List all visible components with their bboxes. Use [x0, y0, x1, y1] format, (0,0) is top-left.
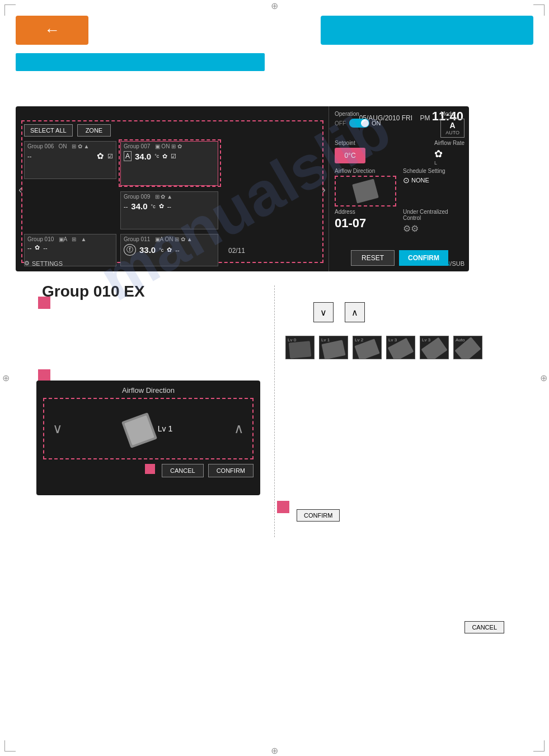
airflow-panel-btns: CANCEL CONFIRM: [36, 459, 260, 482]
airflow-panel: Airflow Direction ∨ Lv 1 ∧ CANCEL CONFIR…: [36, 381, 260, 495]
zone-button[interactable]: ZONE: [77, 124, 111, 137]
airflow-confirm-button[interactable]: CONFIRM: [208, 464, 254, 477]
select-all-button[interactable]: SELECT ALL: [24, 124, 73, 137]
mode-box[interactable]: A AUTO: [440, 119, 464, 138]
corner-bl: [4, 740, 16, 752]
group-010-title: Group 010 ▣A ⊞ ▲: [25, 234, 116, 243]
group-009-title: Group 009 ⊞ ✿ ▲: [121, 192, 218, 200]
pink-marker-2: [38, 369, 50, 382]
back-arrow-icon: ←: [44, 21, 60, 39]
operation-label: Operation: [335, 111, 381, 117]
lv-0-label: Lv 0: [288, 337, 296, 342]
cancel-bottom-right-button[interactable]: CANCEL: [464, 621, 504, 633]
airflow-rate-icon: ✿: [434, 148, 464, 160]
settings-label[interactable]: ⚙ SETTINGS: [24, 260, 63, 267]
airflow-panel-content: ∨ Lv 1 ∧: [43, 398, 254, 459]
main-sub-label: MAIN/SUB: [435, 260, 464, 267]
group-006-card[interactable]: Group 006 ON ⊞ ✿ ▲ -- ✿ ☑: [24, 141, 116, 179]
auto-label: AUTO: [445, 130, 459, 135]
cross-right: ⊕: [539, 374, 548, 383]
airflow-level-3a[interactable]: Lv 3: [386, 336, 415, 359]
confirm-area: CONFIRM: [297, 509, 340, 522]
setpoint-value[interactable]: 0°C: [335, 148, 365, 163]
lv-2-label: Lv 2: [355, 337, 363, 342]
reset-button[interactable]: RESET: [351, 250, 395, 266]
group-006-title: Group 006 ON ⊞ ✿ ▲: [25, 142, 116, 150]
on-label: ON: [372, 120, 381, 126]
lv-3b-label: Lv 3: [422, 337, 430, 342]
toggle-knob: [361, 119, 369, 127]
lv-0-icon: [289, 341, 311, 358]
mode-a-icon: A: [445, 121, 459, 130]
main-label: MAIN: [435, 260, 451, 267]
confirm-small-button[interactable]: CONFIRM: [297, 509, 340, 522]
pink-marker-3: [277, 501, 289, 513]
setpoint-label: Setpoint: [335, 140, 365, 146]
lv-3a-label: Lv 3: [388, 337, 397, 342]
cross-bottom: ⊕: [270, 746, 279, 755]
corner-tl: [4, 4, 16, 16]
nav-arrow-right[interactable]: ›: [319, 180, 329, 198]
airflow-rate-label: Airflow Rate: [434, 140, 464, 146]
airflow-cancel-button[interactable]: CANCEL: [162, 464, 204, 477]
airflow-up-button[interactable]: ∧: [234, 421, 244, 436]
down-arrow-button[interactable]: ∨: [313, 302, 334, 322]
lv-1-icon: [322, 340, 346, 359]
mode-label: Mode: [440, 111, 464, 117]
vertical-divider: [274, 285, 275, 537]
group-011-body: ⓕ 33.0°c ✿ --: [121, 243, 218, 257]
on-toggle[interactable]: ON: [349, 119, 381, 128]
airflow-dir-icon: [352, 179, 379, 203]
airflow-dir-label: Airflow Direction: [335, 168, 396, 174]
under-control-label: Under Centralized Control: [403, 209, 464, 221]
corner-tr: [533, 4, 545, 16]
select-zone-row: SELECT ALL ZONE: [24, 124, 111, 137]
under-control-icon: ⚙⚙: [403, 223, 464, 234]
cross-top: ⊕: [270, 1, 279, 10]
schedule-value: ⊙ NONE: [403, 176, 464, 185]
panel-pink-marker: [145, 464, 155, 474]
address-label: Address: [335, 209, 366, 215]
cross-left: ⊕: [1, 374, 10, 383]
cancel-bottom-right-area: CANCEL: [464, 621, 504, 633]
group-011-card[interactable]: Group 011 ▣A ON ⊞ ✿ ▲ ⓕ 33.0°c ✿ --: [120, 234, 218, 266]
sub-label: SUB: [452, 260, 464, 267]
ac-screen: 05/AUG/2010 FRI PM 11:40 SELECT ALL ZONE…: [16, 106, 469, 271]
ac-left-panel: SELECT ALL ZONE Group 006 ON ⊞ ✿ ▲ -- ✿ …: [16, 106, 329, 271]
top-right-header: [321, 16, 533, 45]
vane-display: [124, 414, 155, 444]
airflow-panel-title: Airflow Direction: [36, 381, 260, 398]
airflow-lv-text: Lv 1: [158, 424, 172, 433]
airflow-dir-box[interactable]: [335, 176, 396, 206]
arrow-controls: ∨ ∧: [313, 302, 365, 322]
off-label: OFF: [335, 120, 346, 126]
airflow-level-2[interactable]: Lv 2: [353, 336, 382, 359]
group-009-body: -- 34.0°c ✿ --: [121, 200, 218, 212]
corner-br: [533, 740, 545, 752]
group-011-title: Group 011 ▣A ON ⊞ ✿ ▲: [121, 234, 218, 243]
airflow-rate-sub: L: [434, 160, 464, 166]
airflow-level-0[interactable]: Lv 0: [285, 336, 315, 359]
group-007-body: A 34.0°c ✿☑: [121, 150, 218, 162]
group010-label: Group 010 EX: [42, 283, 145, 300]
lv-1-label: Lv 1: [321, 337, 330, 342]
back-button[interactable]: ←: [16, 16, 88, 45]
toggle-track: [349, 119, 369, 128]
airflow-level-3b[interactable]: Lv 3: [420, 336, 449, 359]
group-010-body: -- ✿ --: [25, 243, 116, 252]
page-indicator: 02/11: [228, 247, 245, 255]
lv-auto-label: Auto: [456, 337, 464, 342]
airflow-level-display: Lv 1: [124, 414, 172, 444]
airflow-down-button[interactable]: ∨: [53, 421, 63, 436]
address-value: 01-07: [335, 216, 366, 231]
airflow-level-auto[interactable]: Auto: [453, 336, 482, 359]
nav-arrow-left[interactable]: ‹: [16, 180, 25, 198]
airflow-icons-row: Lv 0 Lv 1 Lv 2 Lv 3 Lv 3 Auto: [285, 336, 482, 359]
group-007-title: Group 007 ▣ ON ⊞ ✿: [121, 142, 218, 150]
airflow-level-1[interactable]: Lv 1: [319, 336, 348, 359]
group-009-card[interactable]: Group 009 ⊞ ✿ ▲ -- 34.0°c ✿ --: [120, 191, 218, 229]
group-007-card[interactable]: Group 007 ▣ ON ⊞ ✿ A 34.0°c ✿☑: [120, 141, 218, 186]
up-arrow-button[interactable]: ∧: [345, 302, 365, 322]
ac-right-panel: Operation OFF ON Mode A AUTO Set: [330, 106, 469, 271]
schedule-label: Schedule Setting: [403, 168, 464, 174]
